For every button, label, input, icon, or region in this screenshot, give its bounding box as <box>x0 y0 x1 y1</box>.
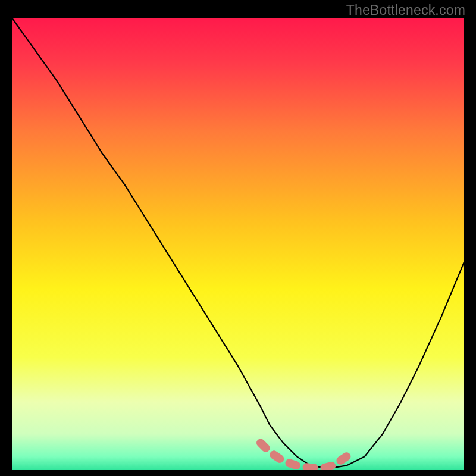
chart-container <box>12 18 464 470</box>
optimal-zone-highlight <box>261 443 346 468</box>
watermark-text: TheBottleneck.com <box>346 2 465 18</box>
bottleneck-curve <box>12 18 464 468</box>
chart-svg <box>12 18 464 470</box>
